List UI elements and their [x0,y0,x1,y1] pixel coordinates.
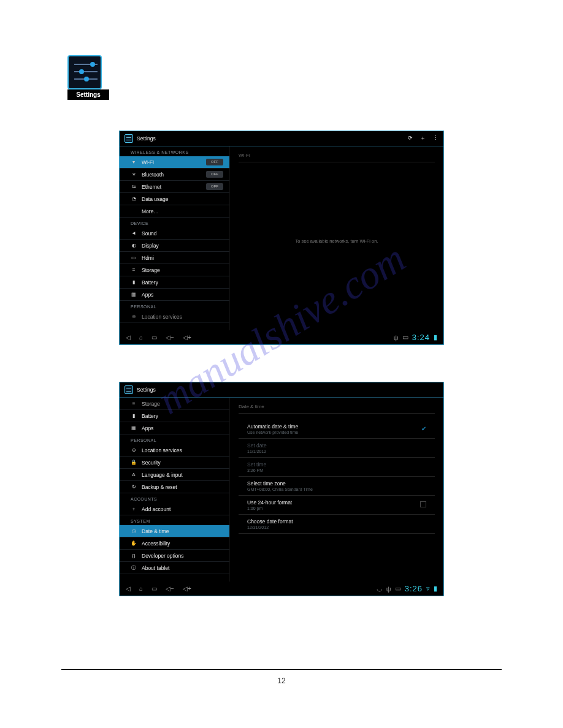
pref-timezone[interactable]: Select time zone GMT+08:00, China Standa… [239,477,435,496]
bluetooth-toggle[interactable]: OFF [206,171,223,178]
sidebar-item-label: Date & time [142,528,169,534]
back-button[interactable]: ◁ [126,585,131,592]
pref-24hour[interactable]: Use 24-hour format 1:00 pm [239,496,435,515]
sidebar-item-label: About tablet [142,565,169,571]
sidebar-item-label: Accessibility [142,540,170,547]
category-wireless: WIRELESS & NETWORKS [120,146,229,156]
home-button[interactable]: ⌂ [139,585,143,592]
vol-up-button[interactable]: ◁+ [183,585,191,592]
screen-title: Settings [137,387,156,393]
sidebar-item-storage[interactable]: ≡Storage [120,398,229,410]
apps-icon: ▦ [131,425,137,431]
sidebar-item-wifi[interactable]: ▾ Wi-Fi OFF [120,156,229,169]
sidebar-item-battery[interactable]: ▮Battery [120,410,229,422]
sidebar-item-label: Backup & reset [142,484,177,490]
sidebar-item-accessibility[interactable]: ✋Accessibility [120,537,229,550]
sidebar-item-label: Display [142,243,159,249]
sliders-icon [67,55,102,89]
sidebar-item-label: Security [142,460,161,466]
back-button[interactable]: ◁ [126,334,131,341]
sidebar-item-data-usage[interactable]: ◔ Data usage [120,193,229,205]
settings-app-icon[interactable]: Settings [67,55,109,100]
recents-button[interactable]: ▭ [151,334,157,341]
sidebar-item-display[interactable]: ◐ Display [120,240,229,252]
sd-icon: ▭ [395,585,401,593]
vol-down-button[interactable]: ◁− [166,334,174,341]
sidebar-item-backup[interactable]: ↻Backup & reset [120,481,229,493]
wifi-toggle[interactable]: OFF [206,159,223,165]
location-icon: ⊕ [131,314,137,319]
checkbox-icon [420,501,426,507]
info-icon: ⓘ [131,564,137,571]
overflow-menu-icon[interactable]: ⋮ [433,135,439,142]
sidebar-item-apps[interactable]: ▦Apps [120,422,229,434]
pref-set-time: Set time 3:26 PM [239,458,435,477]
sidebar-item-ethernet[interactable]: ⇆ Ethernet OFF [120,181,229,193]
refresh-icon[interactable]: ⟳ [408,135,413,142]
sidebar-item-developer[interactable]: {}Developer options [120,550,229,562]
pref-sub: 1:00 pm [247,506,420,510]
usb-icon: ψ [386,585,391,593]
settings-sidebar: WIRELESS & NETWORKS ▾ Wi-Fi OFF ∗ Blueto… [120,146,230,330]
pref-label: Use 24-hour format [247,499,420,506]
sidebar-item-battery[interactable]: ▮ Battery [120,276,229,289]
vol-up-button[interactable]: ◁+ [183,334,191,341]
sidebar-item-location[interactable]: ⊕Location services [120,444,229,457]
home-button[interactable]: ⌂ [139,334,143,341]
system-bar: ◁ ⌂ ▭ ◁− ◁+ ψ ▭ 3:24 ▮ [120,330,443,344]
sidebar-item-label: Apps [142,292,153,298]
clock-icon: ◷ [131,528,137,534]
content-title: Wi-Fi [239,153,435,162]
sidebar-item-sound[interactable]: ◄ Sound [120,227,229,240]
screenshot-wifi: Settings ⟳ ＋ ⋮ WIRELESS & NETWORKS ▾ Wi-… [119,131,444,345]
add-icon[interactable]: ＋ [420,135,426,142]
sidebar-item-security[interactable]: 🔒Security [120,457,229,469]
sidebar-item-more[interactable]: More… [120,205,229,218]
sidebar-item-add-account[interactable]: ＋Add account [120,503,229,515]
pref-date-format[interactable]: Choose date format 12/31/2012 [239,515,435,534]
recents-button[interactable]: ▭ [151,585,157,592]
sidebar-item-label: Language & input [142,472,183,478]
sidebar-item-location[interactable]: ⊕ Location services [120,311,229,323]
hdmi-icon: ▭ [131,255,137,260]
content-pane: Date & time Automatic date & time Use ne… [230,398,443,582]
language-icon: A [131,472,137,477]
category-personal: PERSONAL [120,434,229,444]
clock: 3:26 [405,584,423,593]
page-number: 12 [0,677,563,685]
sidebar-item-apps[interactable]: ▦ Apps [120,289,229,301]
sidebar-item-datetime[interactable]: ◷Date & time [120,525,229,537]
usb-icon: ψ [394,334,399,341]
pref-auto-datetime[interactable]: Automatic date & time Use network-provid… [239,420,435,439]
pref-label: Set date [247,442,426,449]
titlebar: Settings ⟳ ＋ ⋮ [120,131,443,146]
battery-icon: ▮ [131,279,137,285]
sidebar-item-label: Wi-Fi [142,159,154,165]
add-icon: ＋ [131,506,137,512]
sidebar-item-label: Data usage [142,196,168,202]
sidebar-item-storage[interactable]: ≡ Storage [120,264,229,276]
sidebar-item-label: Hdmi [142,255,154,261]
category-personal: PERSONAL [120,301,229,311]
ethernet-toggle[interactable]: OFF [206,183,223,190]
bluetooth-icon: ∗ [131,172,137,177]
sidebar-item-about[interactable]: ⓘAbout tablet [120,562,229,574]
settings-titlebar-icon [124,385,133,394]
sidebar-item-label: Location services [142,447,182,453]
content-title: Date & time [239,404,435,414]
backup-icon: ↻ [131,484,137,490]
sidebar-item-bluetooth[interactable]: ∗ Bluetooth OFF [120,169,229,181]
storage-icon: ≡ [131,267,137,273]
sidebar-item-label: Location services [142,314,182,320]
ethernet-icon: ⇆ [131,184,137,189]
sidebar-item-hdmi[interactable]: ▭ Hdmi [120,252,229,264]
pref-label: Set time [247,461,426,468]
sidebar-item-label: Add account [142,506,170,512]
pref-sub: 12/31/2012 [247,525,426,529]
sidebar-item-label: Sound [142,230,157,237]
screen-title: Settings [137,135,156,142]
battery-status-icon: ▮ [434,333,437,341]
sidebar-item-label: Bluetooth [142,172,164,178]
vol-down-button[interactable]: ◁− [166,585,174,592]
sidebar-item-language[interactable]: ALanguage & input [120,469,229,481]
